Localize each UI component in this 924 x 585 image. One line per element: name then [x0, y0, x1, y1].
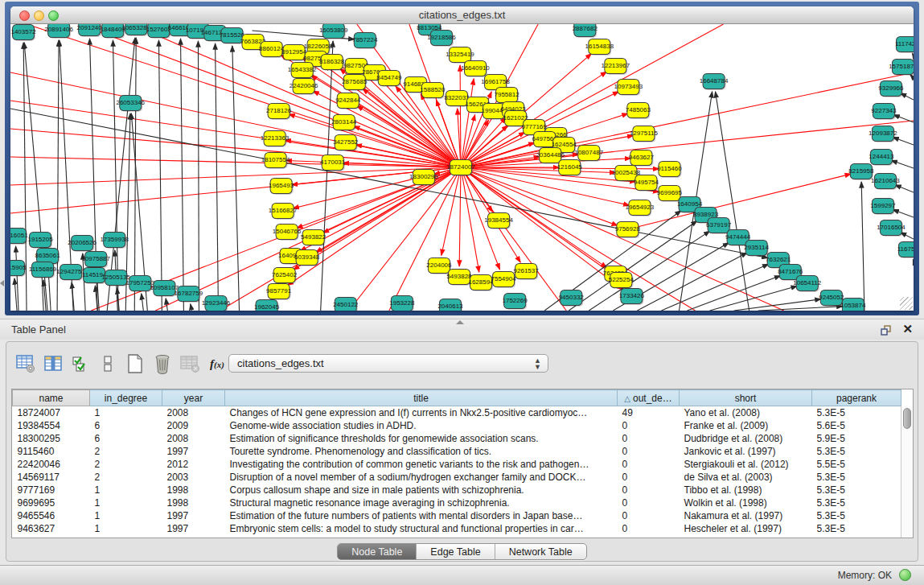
- graph-node[interactable]: 7857224: [352, 33, 378, 50]
- cell-out_degree[interactable]: 49: [618, 406, 680, 420]
- graph-node[interactable]: 2803144: [331, 115, 357, 132]
- graph-node[interactable]: 9857791: [266, 284, 292, 301]
- graph-node[interactable]: 1733426: [619, 289, 645, 306]
- graph-node[interactable]: 12975115: [630, 126, 659, 143]
- cell-in_degree[interactable]: 2: [90, 445, 162, 458]
- column-header-in_degree[interactable]: in_degree: [90, 390, 162, 406]
- column-header-title[interactable]: title: [225, 390, 618, 406]
- cell-title[interactable]: Genome-wide association studies in ADHD.: [225, 419, 618, 432]
- cell-pagerank[interactable]: 5.3E-5: [812, 496, 901, 509]
- graph-node[interactable]: 9756928: [615, 222, 641, 239]
- cell-year[interactable]: 1997: [162, 522, 225, 535]
- cell-short[interactable]: Hescheler et al. (1997): [680, 522, 812, 535]
- graph-node[interactable]: 5493822: [301, 230, 326, 247]
- graph-node[interactable]: 16640910: [461, 61, 490, 78]
- graph-node[interactable]: 18724007: [446, 160, 475, 177]
- cell-pagerank[interactable]: 5.3E-5: [812, 471, 901, 484]
- cell-short[interactable]: Tibbo et al. (1998): [680, 484, 812, 496]
- cell-out_degree[interactable]: 0: [618, 522, 680, 535]
- graph-node[interactable]: 19384554: [484, 213, 513, 230]
- graph-node[interactable]: 10973493: [614, 80, 643, 97]
- cell-title[interactable]: Structural magnetic resonance image aver…: [225, 496, 618, 509]
- graph-node[interactable]: 1965493: [269, 179, 294, 196]
- graph-node[interactable]: 7485063: [626, 103, 651, 120]
- graph-node[interactable]: 9115460: [657, 162, 682, 179]
- graph-node[interactable]: 16782759: [175, 286, 203, 303]
- cell-title[interactable]: Tourette syndrome. Phenomenology and cla…: [225, 445, 618, 458]
- cell-name[interactable]: 9699695: [13, 496, 90, 509]
- cell-out_degree[interactable]: 0: [618, 419, 680, 432]
- graph-node[interactable]: 7625402: [272, 268, 298, 285]
- splitpane-divider-grip[interactable]: [456, 320, 464, 324]
- column-header-out_degree[interactable]: △out_de…: [618, 390, 680, 406]
- graph-node[interactable]: 2875685: [342, 75, 368, 92]
- graph-node[interactable]: 1244413: [869, 150, 894, 167]
- window-resize-grip[interactable]: [900, 297, 913, 310]
- cell-year[interactable]: 1998: [162, 496, 225, 509]
- table-row[interactable]: 946554611997Estimation of the future num…: [13, 509, 901, 522]
- trash-icon[interactable]: [151, 352, 174, 375]
- graph-node[interactable]: 3915905: [10, 261, 27, 278]
- close-panel-icon[interactable]: ✕: [902, 322, 913, 336]
- graph-node[interactable]: 18300295: [409, 170, 438, 187]
- cell-pagerank[interactable]: 5.3E-5: [812, 484, 901, 496]
- cell-in_degree[interactable]: 6: [90, 432, 162, 445]
- graph-node[interactable]: 9450332: [559, 290, 585, 307]
- column-header-pagerank[interactable]: pagerank: [812, 390, 901, 406]
- cell-title[interactable]: Embryonic stem cells: a model to study s…: [225, 522, 618, 535]
- graph-node[interactable]: 2516051: [10, 229, 28, 245]
- graph-node[interactable]: 10807487: [574, 146, 603, 163]
- graph-node[interactable]: 7955812: [495, 88, 520, 105]
- graph-node[interactable]: 6039348: [294, 250, 320, 267]
- cell-out_degree[interactable]: 0: [618, 484, 680, 496]
- graph-node[interactable]: 16543382: [288, 63, 317, 80]
- graph-node[interactable]: 5225254: [609, 273, 634, 290]
- graph-node[interactable]: 26053346: [116, 96, 145, 113]
- table-scrollbar[interactable]: [901, 406, 913, 538]
- graph-node[interactable]: 15751874: [889, 60, 914, 76]
- graph-node[interactable]: 1599297: [870, 199, 896, 216]
- cell-name[interactable]: 19384554: [13, 419, 90, 432]
- cell-in_degree[interactable]: 1: [90, 484, 162, 496]
- cell-title[interactable]: Corpus callosum shape and size in male p…: [225, 484, 618, 496]
- tab-network-table[interactable]: Network Table: [495, 544, 586, 559]
- graph-node[interactable]: 1216045: [557, 160, 583, 177]
- graph-node[interactable]: 3427552: [333, 135, 359, 152]
- cell-short[interactable]: Stergiakouli et al. (2012): [680, 458, 812, 471]
- cell-name[interactable]: 9777169: [13, 484, 90, 496]
- tab-edge-table[interactable]: Edge Table: [417, 544, 495, 559]
- cell-out_degree[interactable]: 0: [618, 432, 680, 445]
- graph-node[interactable]: 15166827: [269, 204, 298, 220]
- table-settings-icon[interactable]: [14, 352, 37, 375]
- cell-out_degree[interactable]: 0: [618, 445, 680, 458]
- cell-title[interactable]: Disruption of a novel member of a sodium…: [225, 471, 618, 484]
- table-row[interactable]: 1830029562008Estimation of significance …: [13, 432, 901, 445]
- graph-node[interactable]: 2935114: [744, 241, 769, 257]
- graph-node[interactable]: 2718126: [266, 104, 292, 121]
- graph-node[interactable]: 12923446: [202, 296, 231, 311]
- cell-name[interactable]: 14569117: [13, 471, 90, 484]
- cell-in_degree[interactable]: 1: [90, 509, 162, 522]
- cell-year[interactable]: 1997: [162, 445, 225, 458]
- graph-node[interactable]: 9227343: [871, 104, 897, 121]
- graph-node[interactable]: 1953228: [389, 296, 415, 311]
- graph-node[interactable]: 1962045: [254, 300, 280, 311]
- graph-node[interactable]: 19218586: [427, 31, 456, 47]
- cell-year[interactable]: 2009: [162, 419, 225, 432]
- column-header-short[interactable]: short: [680, 390, 812, 406]
- table-row[interactable]: 1938455462009Genome-wide association stu…: [13, 419, 901, 432]
- float-panel-icon[interactable]: [879, 323, 892, 336]
- cell-in_degree[interactable]: 6: [90, 419, 162, 432]
- cell-pagerank[interactable]: 5.6E-5: [812, 419, 901, 432]
- table-scrollbar-thumb[interactable]: [903, 408, 911, 429]
- graph-node[interactable]: 8860124: [259, 42, 285, 59]
- graph-node[interactable]: 9463627: [629, 150, 655, 167]
- cell-year[interactable]: 1997: [162, 509, 225, 522]
- cell-title[interactable]: Investigating the contribution of common…: [225, 458, 618, 471]
- cell-year[interactable]: 1998: [162, 484, 225, 496]
- graph-node[interactable]: 22420046: [290, 79, 318, 96]
- cell-short[interactable]: Nakamura et al. (1997): [680, 509, 812, 522]
- cell-year[interactable]: 2008: [162, 406, 225, 420]
- cell-name[interactable]: 9115460: [13, 445, 90, 458]
- cell-out_degree[interactable]: 0: [618, 458, 680, 471]
